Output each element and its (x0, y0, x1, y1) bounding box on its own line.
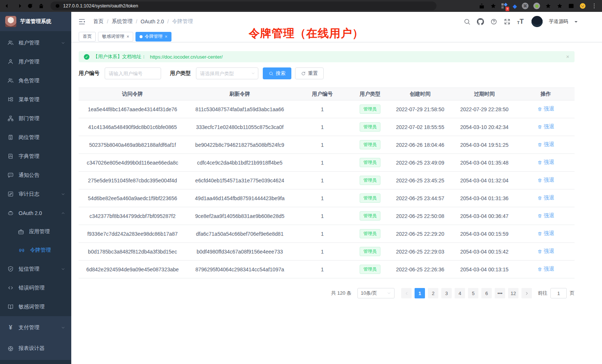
browser-home-icon[interactable] (38, 3, 45, 9)
sidebar-item-notice[interactable]: 通知公告 (0, 166, 71, 185)
sidebar-item-dict[interactable]: 字典管理 (0, 147, 71, 166)
tab-sensitive[interactable]: 敏感词管理 (98, 32, 133, 42)
white-star-extension-icon[interactable] (556, 3, 563, 9)
collapse-sidebar-icon[interactable] (78, 18, 86, 26)
force-logout-link[interactable]: 强退 (537, 195, 554, 201)
sidebar-item-user[interactable]: 用户管理 (0, 52, 71, 71)
force-logout-link[interactable]: 强退 (537, 266, 554, 272)
page-button-5[interactable]: 5 (468, 288, 478, 298)
force-logout-link[interactable]: 强退 (537, 177, 554, 183)
sidebar-item-sensitive[interactable]: 敏感词管理 (0, 297, 71, 316)
user-menu-caret-icon[interactable] (575, 21, 578, 24)
close-alert-icon[interactable] (566, 54, 569, 59)
green-star-extension-icon[interactable] (545, 3, 552, 9)
goto-suffix: 页 (570, 290, 575, 297)
sidebar-item-role[interactable]: 角色管理 (0, 71, 71, 90)
alert-doc-link[interactable]: https://doc.iocoder.cn/user-center/ (150, 54, 223, 60)
close-tab-icon[interactable] (165, 34, 167, 39)
search-button[interactable]: 搜索 (263, 67, 291, 79)
breadcrumb-oauth[interactable]: OAuth 2.0 (141, 19, 164, 24)
force-logout-link[interactable]: 强退 (537, 248, 554, 255)
sidebar-item-tenant[interactable]: 租户管理 (0, 33, 71, 52)
cell-expire-time: 2054-03-04 19:51:25 (452, 142, 517, 148)
user-id-input[interactable] (105, 67, 161, 79)
force-logout-link[interactable]: 强退 (537, 123, 554, 130)
browser-back-icon[interactable] (4, 3, 11, 9)
more-pages-button[interactable]: ••• (495, 288, 505, 298)
page-button-1[interactable]: 1 (415, 288, 425, 298)
prev-page-button[interactable] (401, 288, 412, 298)
user-type-select[interactable] (196, 67, 258, 79)
trash-icon (537, 107, 542, 112)
browser-forward-icon[interactable] (16, 3, 22, 9)
sidebar-item-oauth[interactable]: OAuth 2.0 (0, 203, 71, 222)
font-size-icon[interactable] (517, 18, 524, 25)
sidebar-item-oauth-token[interactable]: 令牌管理 (0, 241, 71, 259)
token-icon (18, 248, 25, 252)
page-size-select[interactable]: 10条/页 (357, 288, 395, 298)
cell-refresh-token: 8796295f04064c2983414cc54af1097a (186, 267, 293, 272)
command-extension-icon[interactable]: ⌘ (522, 3, 529, 9)
sidebar-item-errcode[interactable]: 错误码管理 (0, 278, 71, 297)
app-logo[interactable]: 芋道管理系统 (0, 12, 71, 31)
sidebar-item-post[interactable]: 岗位管理 (0, 128, 71, 147)
page-button-4[interactable]: 4 (455, 288, 465, 298)
trash-icon (537, 196, 542, 201)
breadcrumb-home[interactable]: 首页 (93, 18, 104, 25)
force-logout-link[interactable]: 强退 (537, 159, 554, 166)
breadcrumb-separator: / (136, 19, 137, 24)
col-user-id: 用户编号 (293, 91, 351, 97)
page-button-3[interactable]: 3 (441, 288, 452, 298)
sidebar-item-report[interactable]: 报表设计器 (0, 338, 71, 359)
tab-home[interactable]: 首页 (79, 32, 96, 42)
sidebar-item-dept[interactable]: 部门管理 (0, 109, 71, 128)
cell-create-time: 2022-07-29 21:58:50 (389, 106, 452, 112)
github-icon[interactable] (477, 18, 484, 25)
sidebar-item-label: 角色管理 (19, 77, 65, 84)
site-info-icon[interactable] (55, 3, 60, 9)
sidebar-item-menu[interactable]: 菜单管理 (0, 90, 71, 109)
token-table: 访问令牌 刷新令牌 用户编号 用户类型 创建时间 过期时间 操作 1ea5e44… (79, 87, 575, 278)
force-logout-link[interactable]: 强退 (537, 106, 554, 112)
cell-access-token: 41c41346a548490f9dc8b01c6bfe0865 (79, 124, 186, 130)
page-button-2[interactable]: 2 (428, 288, 438, 298)
help-icon[interactable] (490, 18, 497, 25)
user-avatar[interactable] (531, 16, 543, 27)
share-icon[interactable] (478, 3, 485, 9)
force-logout-link[interactable]: 强退 (537, 212, 554, 219)
bookmark-star-icon[interactable] (490, 3, 497, 9)
cell-user-id: 1 (293, 249, 351, 255)
sidebar-item-oauth-app[interactable]: 应用管理 (0, 222, 71, 241)
search-icon[interactable] (464, 18, 471, 25)
sidebar-item-label: OAuth 2.0 (19, 210, 56, 216)
user-type-select-input[interactable] (196, 67, 258, 79)
fullscreen-icon[interactable] (504, 18, 511, 25)
goto-page-input[interactable] (550, 288, 567, 298)
next-page-button[interactable] (521, 288, 532, 298)
chevron-up-icon (61, 211, 65, 215)
browser-reload-icon[interactable] (27, 3, 33, 9)
cell-user-id: 1 (293, 124, 351, 130)
side-panel-icon[interactable] (568, 3, 575, 9)
force-logout-link[interactable]: 强退 (537, 141, 554, 148)
record-extension-icon[interactable] (533, 3, 540, 9)
force-logout-link[interactable]: 强退 (537, 230, 554, 237)
sidebar-item-audit[interactable]: 审计日志 (0, 185, 71, 203)
force-logout-label: 强退 (544, 230, 554, 237)
reset-button[interactable]: 重置 (295, 67, 324, 79)
sidebar-item-label: 敏感词管理 (19, 304, 65, 310)
emoji-profile-icon[interactable] (579, 3, 586, 9)
browser-menu-icon[interactable] (591, 3, 598, 9)
page-button-12[interactable]: 12 (508, 288, 518, 298)
address-bar[interactable]: 127.0.0.1:1024/system/oauth2/token (50, 1, 436, 10)
tab-token[interactable]: 令牌管理 (135, 32, 171, 42)
gem-extension-icon[interactable]: ◆ (513, 3, 517, 9)
close-tab-icon[interactable] (127, 34, 129, 39)
cell-action: 强退 (517, 266, 575, 273)
sidebar-item-pay[interactable]: 支付管理 (0, 317, 71, 338)
page-button-6[interactable]: 6 (481, 288, 492, 298)
sidebar-item-sms[interactable]: 短信管理 (0, 259, 71, 278)
trash-icon (537, 249, 542, 254)
breadcrumb-system[interactable]: 系统管理 (112, 18, 132, 25)
extension-grid-icon[interactable]: 9 (501, 3, 508, 9)
